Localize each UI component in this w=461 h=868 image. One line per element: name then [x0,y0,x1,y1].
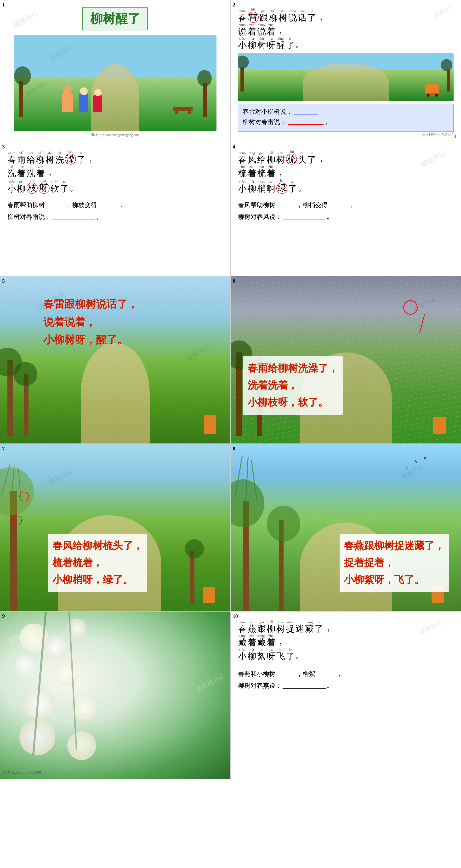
box-7 [203,587,215,603]
text-line-2: shuō说 zhe着 shuō说 zhe着 ， [238,23,454,37]
flower-7 [72,695,96,719]
cell10-line-2: cáng藏 zhe着 cáng藏 zhe着 ， [238,633,454,648]
circle-annotation-6 [403,300,418,315]
cell-3: 3 道格办公 chūn春 yǔ雨 gěi给 liǔ柳 shù树 xǐ洗 zǎo澡… [0,142,230,276]
swallow-3: ∧ [423,455,427,461]
cell3-line-1: chūn春 yǔ雨 gěi给 liǔ柳 shù树 xǐ洗 zǎo澡 le了 ， [7,149,223,165]
swallow-1: ∧ [414,458,418,465]
swallow-2: ∧ [405,465,408,471]
fill-section-2: 春雷对小柳树说： 柳树对春雷说： 。 [238,104,454,132]
cell-10: 10 道格办公 chūn春 yàn燕 gēn跟 liǔ柳 shù树 zhuō捉 … [230,611,461,779]
watermark-1: 道格办公 [12,9,39,30]
cell10-line-3: xiǎo小 liǔ柳 xù絮 ya呀 fēi飞 le了 。 [238,648,454,661]
flower-5 [53,659,79,686]
flower-6 [24,688,55,719]
tree-top-7c [185,539,204,558]
cell-8: 8 ∧ ∧ ∧ 道格办公 春燕跟柳树捉迷藏了， 捉着捉着， 小柳絮呀，飞了。 [230,444,461,611]
box-5 [204,415,216,434]
text-line-3: xiǎo小 liǔ柳 shù树 ya呀 xǐng醒 le了 。 [238,36,454,50]
cell-1-number: 1 [2,2,5,8]
cell-4-number: 4 [233,144,236,150]
circle-7b [12,516,22,525]
page-title: 柳树醒了 [90,10,140,27]
fill-line-2-2: 柳树对春雷说： 。 [243,118,449,126]
cell4-line-1: chūn春 fēng风 gěi给 liǔ柳 shù树 shū梳 tóu头 le了… [238,149,454,165]
cell10-line-1: chūn春 yàn燕 gēn跟 liǔ柳 shù树 zhuō捉 mí迷 cáng… [238,620,454,634]
cell-1-illustration [14,35,216,131]
scene-8-text: 春燕跟柳树捉迷藏了， 捉着捉着， 小柳絮呀，飞了。 [340,534,449,592]
cell-2: 2 道格办公 chūn春 léi雷 gēn跟 liǔ柳 shù树 shuō说 h… [230,0,461,142]
cell-2-image [238,53,454,101]
fill-section-4: 春风帮助柳树 ，柳梢变得 ， 柳树对春风说： 。 [238,201,454,221]
cell3-line-2: xǐ洗 zhe着 xǐ洗 zhe着 ， [7,164,223,178]
cell-8-number: 8 [233,445,236,452]
cell-9-number: 9 [2,613,5,619]
cell-6: 6 道格办公 春雨给柳树洗澡了， 洗着洗着， 小柳枝呀，软了。 [230,276,461,444]
flower-9 [67,731,96,760]
website-text: 道格办公-www.daogebangong.com [91,133,140,137]
fill-section-10: 春燕和小柳树 ，柳絮 ， 柳树对春燕说： 。 [238,670,454,690]
flower-2 [43,636,67,659]
tree-top-5b [13,362,37,386]
cell-9-source: 图源 nipic.com/xxxx988 [3,770,41,775]
flower-4 [14,655,36,676]
willow-top-8b [267,506,300,541]
circle-7a [20,492,29,501]
title-box: 柳树醒了 [82,7,148,30]
scene-7-text: 春风给柳树梳头了， 梳着梳着， 小柳梢呀，绿了。 [48,534,147,592]
cell-7: 7 道格办公 春风给柳树梳头了， 梳着梳着， 小柳梢呀，绿了。 [0,444,230,611]
cell-9: 9 道格办公 道格桔办公 道格办公 图源 nipic.com/xxxx988 [0,611,230,779]
road-5 [81,343,150,443]
cell-4: 4 道桔办公 chūn春 fēng风 gěi给 liǔ柳 shù树 shū梳 t… [230,142,461,276]
box-6 [433,417,447,434]
fill-section-3: 春雨帮助柳树 ，柳枝变得 ， 柳树对春雨说： 。 [7,201,223,221]
cell4-line-3: xiǎo小 liǔ柳 shāo梢 a啊 lǜ绿 le了 。 [238,178,454,194]
cell3-line-3: xiǎo小 liǔ柳 zhī枝 ya呀 ruǎn软 le了 。 [7,178,223,194]
cell-5-number: 5 [2,278,5,284]
cell-1: 1 道格办公 道格办公 道格桔办公 柳树醒了 [0,0,230,142]
scene-5-text: 春雷跟柳树说话了， 说着说着， 小柳树呀，醒了。 [43,296,138,349]
scene-6-text: 春雨给柳树洗澡了， 洗着洗着， 小柳枝呀，软了。 [243,356,343,415]
text-line-1: chūn春 léi雷 gēn跟 liǔ柳 shù树 shuō说 huà话 le了… [238,7,454,23]
cell-2-number: 2 [233,2,236,8]
tree-7c [190,551,194,604]
cell-7-number: 7 [2,445,5,452]
cell4-line-2: shū梳 zhe着 shū梳 zhe着 ， [238,164,454,178]
cell-6-number: 6 [233,278,236,284]
cell-5: 5 道格办公 道格办公 春雷跟柳树说话了， 说着说着， 小柳树呀，醒了。 [0,276,230,444]
flower-8 [20,719,55,755]
fill-line-2-1: 春雷对小柳树说： [243,107,449,116]
cell-3-number: 3 [2,144,5,150]
copyright-note: 本文档理有关产品介绍 [238,133,454,137]
cell-10-number: 10 [233,613,238,619]
page-3-num: 3 [453,133,456,140]
